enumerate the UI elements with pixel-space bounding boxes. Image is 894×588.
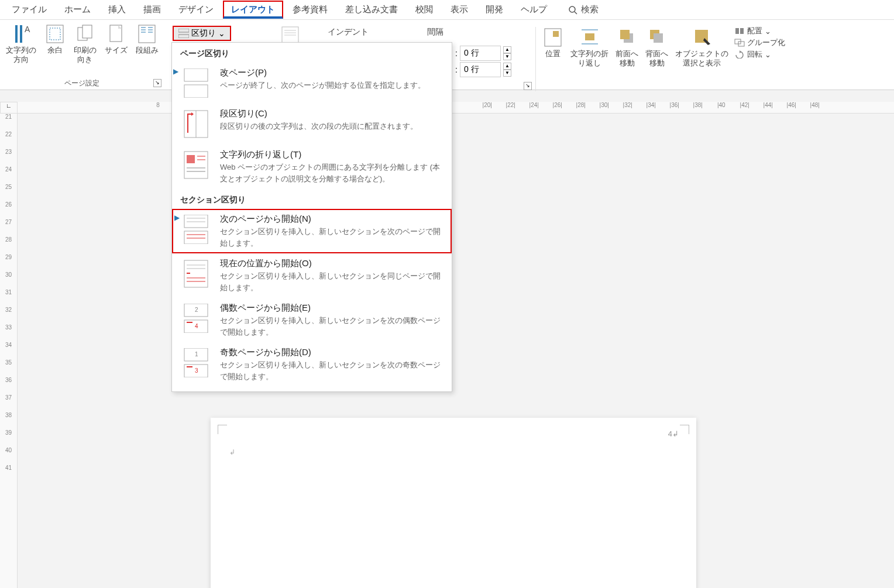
column-break-icon	[180, 108, 212, 140]
selection-pane-icon	[692, 27, 713, 48]
next-page-icon	[180, 214, 212, 245]
dropdown-item-continuous[interactable]: 現在の位置から開始(O) セクション区切りを挿入し、新しいセクションを同じページ…	[172, 253, 452, 298]
position-label: 位置	[545, 49, 561, 59]
spacing-before-up[interactable]: ▲	[503, 46, 511, 53]
dropdown-item-title: 現在の位置から開始(O)	[220, 258, 443, 269]
search-icon	[568, 5, 577, 15]
svg-rect-25	[585, 33, 594, 40]
dropdown-item-desc: ページが終了し、次のページが開始する位置を指定します。	[220, 80, 443, 91]
align-button[interactable]: 配置⌄	[734, 26, 785, 36]
dropdown-item-desc: セクション区切りを挿入し、新しいセクションを同じページで開始します。	[220, 270, 443, 293]
svg-rect-6	[50, 28, 60, 40]
dropdown-item-title: 次のページから開始(N)	[220, 214, 443, 225]
svg-line-1	[575, 12, 577, 14]
breaks-icon	[178, 29, 189, 38]
menu-view[interactable]: 表示	[442, 1, 476, 19]
dropdown-item-even-page[interactable]: 24 偶数ページから開始(E) セクション区切りを挿入し、新しいセクションを次の…	[172, 298, 452, 342]
menu-insert[interactable]: 挿入	[100, 1, 134, 19]
send-backward-icon	[647, 27, 668, 48]
rotate-button[interactable]: 回転⌄	[734, 49, 785, 60]
odd-page-icon: 13	[180, 347, 212, 379]
dropdown-section-section-breaks: セクション区切り	[172, 189, 452, 209]
document-page[interactable]: 4↲ ↲	[211, 418, 696, 588]
size-label: サイズ	[105, 46, 128, 55]
page-break-icon	[180, 67, 212, 99]
dropdown-section-page-breaks: ページ区切り	[172, 43, 452, 63]
horizontal-ruler[interactable]: 8|6| |20||22||24||26||28||30||32||34||36…	[18, 102, 894, 114]
svg-rect-24	[553, 31, 559, 37]
dropdown-item-odd-page[interactable]: 13 奇数ページから開始(D) セクション区切りを挿入し、新しいセクションを次の…	[172, 342, 452, 387]
margins-button[interactable]: 余白	[43, 22, 67, 65]
position-icon	[542, 27, 563, 48]
group-button[interactable]: グループ化	[734, 37, 785, 48]
breaks-label: 区切り	[191, 28, 216, 39]
spacing-after-input[interactable]	[460, 62, 501, 77]
menu-home[interactable]: ホーム	[56, 1, 99, 19]
even-page-icon: 24	[180, 302, 212, 334]
menu-developer[interactable]: 開発	[477, 1, 511, 19]
menu-mailings[interactable]: 差し込み文書	[337, 1, 406, 19]
orientation-button[interactable]: 印刷の向き	[73, 22, 98, 65]
menu-layout[interactable]: レイアウト	[223, 1, 283, 19]
position-button[interactable]: 位置	[541, 26, 565, 68]
dropdown-item-desc: セクション区切りを挿入し、新しいセクションを次のページで開始します。	[220, 226, 443, 249]
dropdown-item-text-wrapping[interactable]: 文字列の折り返し(T) Web ページのオブジェクトの周囲にある文字列を分離しま…	[172, 145, 452, 189]
spacing-before-input[interactable]	[460, 46, 501, 61]
search-box[interactable]: 検索	[568, 4, 599, 15]
page-setup-launcher[interactable]: ↘	[153, 79, 161, 87]
paragraph-mark: ↲	[229, 448, 235, 456]
svg-rect-37	[184, 68, 208, 81]
spacing-after-down[interactable]: ▼	[503, 70, 511, 77]
orientation-label: 印刷の向き	[74, 46, 97, 64]
bring-forward-label: 前面へ移動	[616, 49, 638, 67]
spacing-after-up[interactable]: ▲	[503, 63, 511, 70]
dropdown-item-title: 奇数ページから開始(D)	[220, 347, 443, 358]
send-backward-button[interactable]: 背面へ移動	[644, 26, 669, 68]
menu-bar: ファイル ホーム 挿入 描画 デザイン レイアウト 参考資料 差し込み文書 校閲…	[0, 0, 894, 20]
size-button[interactable]: サイズ	[104, 22, 129, 65]
dropdown-item-desc: 段区切りの後の文字列は、次の段の先頭に配置されます。	[220, 121, 443, 132]
chevron-down-icon: ⌄	[765, 27, 771, 36]
orientation-icon	[74, 23, 95, 44]
paragraph-launcher[interactable]: ↘	[524, 82, 532, 90]
columns-button[interactable]: 段組み	[135, 22, 160, 65]
bring-forward-button[interactable]: 前面へ移動	[614, 26, 639, 68]
text-direction-icon: A	[11, 23, 32, 44]
svg-rect-29	[620, 30, 630, 39]
dropdown-item-page-break[interactable]: ▶ 改ページ(P) ページが終了し、次のページが開始する位置を指定します。	[172, 63, 452, 104]
menu-review[interactable]: 校閲	[407, 1, 441, 19]
menu-help[interactable]: ヘルプ	[513, 1, 555, 19]
continuous-icon	[180, 258, 212, 290]
dropdown-item-desc: セクション区切りを挿入し、新しいセクションを次の奇数ページで開始します。	[220, 359, 443, 382]
chevron-down-icon: ⌄	[765, 50, 771, 59]
breaks-button[interactable]: 区切り ⌄	[173, 26, 231, 41]
svg-text:1: 1	[195, 351, 198, 357]
svg-rect-18	[178, 35, 189, 38]
vertical-ruler[interactable]: 2122232425262728293031323334353637383940…	[0, 114, 18, 588]
svg-point-0	[569, 6, 575, 12]
dropdown-item-column-break[interactable]: 段区切り(C) 段区切りの後の文字列は、次の段の先頭に配置されます。	[172, 104, 452, 145]
dropdown-item-desc: Web ページのオブジェクトの周囲にある文字列を分離します (本文とオブジェクト…	[220, 161, 443, 184]
selection-pane-label: オブジェクトの選択と表示	[675, 49, 728, 67]
columns-label: 段組み	[136, 46, 159, 55]
selection-pane-button[interactable]: オブジェクトの選択と表示	[674, 26, 730, 68]
margins-label: 余白	[47, 46, 63, 55]
indent-header: インデント	[328, 27, 369, 37]
selection-indicator-icon: ▶	[174, 214, 180, 222]
dropdown-item-title: 改ページ(P)	[220, 67, 443, 78]
send-backward-label: 背面へ移動	[645, 49, 668, 67]
menu-file[interactable]: ファイル	[4, 1, 55, 19]
text-direction-button[interactable]: A 文字列の方向	[5, 22, 37, 65]
page-setup-group-label: ページ設定	[64, 78, 99, 88]
svg-rect-17	[178, 29, 189, 32]
wrap-text-button[interactable]: 文字列の折り返し	[569, 26, 610, 68]
svg-rect-8	[82, 25, 92, 38]
svg-text:A: A	[25, 25, 30, 34]
dropdown-item-next-page[interactable]: ▶ 次のページから開始(N) セクション区切りを挿入し、新しいセクションを次のペ…	[172, 209, 452, 253]
menu-draw[interactable]: 描画	[135, 1, 169, 19]
menu-references[interactable]: 参考資料	[284, 1, 336, 19]
chevron-down-icon: ⌄	[218, 29, 225, 38]
menu-design[interactable]: デザイン	[170, 1, 222, 19]
spacing-before-down[interactable]: ▼	[503, 53, 511, 60]
bring-forward-icon	[617, 27, 638, 48]
